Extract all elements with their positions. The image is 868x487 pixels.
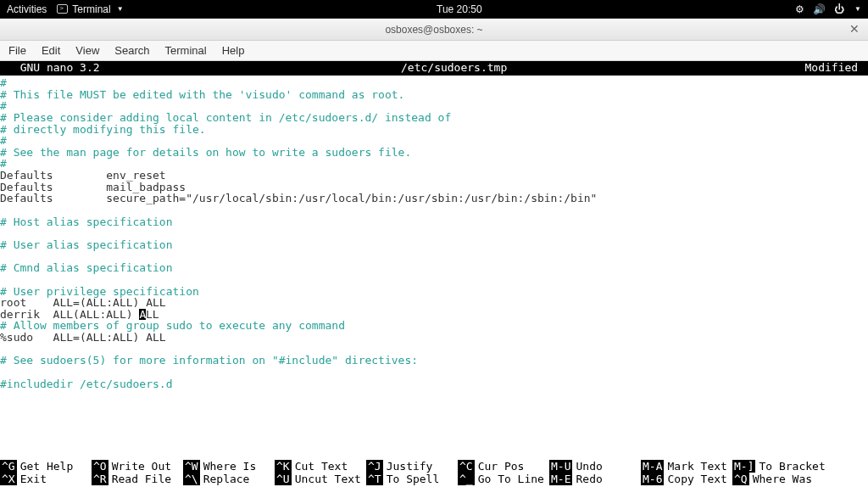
gnome-topbar: Activities Terminal ▼ Tue 20:50 ⚙ 🔊 ⏻ ▼ xyxy=(0,0,868,19)
nano-shortcut[interactable]: M-6Copy Text xyxy=(641,473,732,485)
shortcut-key: ^C xyxy=(458,460,475,473)
nano-editor-body[interactable]: ## This file MUST be edited with the 'vi… xyxy=(0,76,868,389)
shortcut-label: Undo xyxy=(572,460,607,473)
editor-line: # xyxy=(0,158,868,170)
volume-icon: 🔊 xyxy=(813,3,826,15)
shortcut-label: Uncut Text xyxy=(292,473,366,485)
nano-titlebar: GNU nano 3.2 /etc/sudoers.tmp Modified xyxy=(0,61,868,76)
shortcut-key: ^T xyxy=(366,473,383,485)
window-titlebar: osboxes@osboxes: ~ ✕ xyxy=(0,19,868,41)
shortcut-key: ^X xyxy=(0,473,17,485)
shortcut-label: Cur Pos xyxy=(475,460,530,473)
shortcut-label: Cut Text xyxy=(292,460,353,473)
editor-line: # See sudoers(5) for more information on… xyxy=(0,355,868,367)
editor-line: # Allow members of group sudo to execute… xyxy=(0,320,868,332)
shortcut-key: ^_ xyxy=(458,473,475,485)
nano-filename: /etc/sudoers.tmp xyxy=(394,61,510,76)
menu-view[interactable]: View xyxy=(75,44,99,57)
nano-shortcut-bar: ^GGet Help^OWrite Out^WWhere Is^KCut Tex… xyxy=(0,460,868,487)
nano-shortcut[interactable]: ^_Go To Line xyxy=(458,473,549,485)
editor-line: # xyxy=(0,77,868,89)
editor-line xyxy=(0,274,868,286)
app-menu[interactable]: Terminal ▼ xyxy=(57,3,123,15)
editor-line: # Host alias specification xyxy=(0,216,868,228)
shortcut-label: Where Was xyxy=(749,473,817,485)
close-icon[interactable]: ✕ xyxy=(849,22,860,36)
system-status-area[interactable]: ⚙ 🔊 ⏻ ▼ xyxy=(795,3,861,15)
nano-shortcut[interactable]: ^QWhere Was xyxy=(732,473,824,485)
nano-shortcut[interactable]: ^TTo Spell xyxy=(366,473,458,485)
nano-shortcut[interactable]: ^JJustify xyxy=(366,460,458,473)
shortcut-label: Write Out xyxy=(108,460,176,473)
shortcut-key: M-6 xyxy=(641,473,664,485)
editor-line xyxy=(0,204,868,216)
power-icon: ⏻ xyxy=(834,3,844,15)
terminal-icon xyxy=(57,4,68,14)
shortcut-key: ^U xyxy=(275,473,292,485)
shortcut-label: To Spell xyxy=(383,473,445,485)
menu-file[interactable]: File xyxy=(8,44,26,57)
editor-line: # User privilege specification xyxy=(0,286,868,298)
nano-shortcut[interactable]: ^RRead File xyxy=(92,473,183,485)
editor-line: # Cmnd alias specification xyxy=(0,262,868,274)
shortcut-key: M-U xyxy=(549,460,572,473)
nano-shortcut[interactable]: ^KCut Text xyxy=(275,460,366,473)
text-cursor: A xyxy=(139,309,146,321)
shortcut-key: ^Q xyxy=(732,473,749,485)
editor-line: # Please consider adding local content i… xyxy=(0,112,868,124)
editor-line xyxy=(0,367,868,378)
editor-line: %sudo ALL=(ALL:ALL) ALL xyxy=(0,332,868,344)
nano-shortcut[interactable]: ^GGet Help xyxy=(0,460,92,473)
nano-shortcut[interactable]: ^OWrite Out xyxy=(92,460,183,473)
editor-line: # User alias specification xyxy=(0,239,868,251)
shortcut-key: ^W xyxy=(183,460,200,473)
nano-shortcut[interactable]: ^CCur Pos xyxy=(458,460,549,473)
nano-version: GNU nano 3.2 xyxy=(0,61,394,76)
editor-line: # directly modifying this file. xyxy=(0,124,868,136)
editor-line: derrik ALL(ALL:ALL) ALL xyxy=(0,309,868,321)
nano-shortcut[interactable]: M-ERedo xyxy=(549,473,641,485)
menu-edit[interactable]: Edit xyxy=(42,44,60,57)
shortcut-key: ^J xyxy=(366,460,383,473)
editor-line: # xyxy=(0,100,868,112)
menu-help[interactable]: Help xyxy=(222,44,245,57)
nano-shortcut[interactable]: ^WWhere Is xyxy=(183,460,275,473)
shortcut-key: ^R xyxy=(92,473,108,485)
editor-line: Defaults env_reset xyxy=(0,170,868,182)
nano-shortcut[interactable]: ^XExit xyxy=(0,473,92,485)
shortcut-label: Replace xyxy=(200,473,255,485)
nano-shortcut[interactable]: ^\Replace xyxy=(183,473,275,485)
shortcut-key: M-A xyxy=(641,460,664,473)
nano-shortcut[interactable]: ^UUncut Text xyxy=(275,473,366,485)
chevron-down-icon: ▼ xyxy=(854,5,861,13)
chevron-down-icon: ▼ xyxy=(117,5,124,13)
editor-line xyxy=(0,344,868,355)
activities-button[interactable]: Activities xyxy=(7,3,47,15)
editor-line: # xyxy=(0,135,868,147)
shortcut-label: Justify xyxy=(383,460,438,473)
nano-shortcut[interactable]: M-]To Bracket xyxy=(732,460,824,473)
menu-terminal[interactable]: Terminal xyxy=(165,44,207,57)
shortcut-label: To Bracket xyxy=(755,460,830,473)
shortcut-key: M-] xyxy=(732,460,755,473)
editor-line xyxy=(0,251,868,263)
nano-shortcut[interactable]: M-UUndo xyxy=(549,460,641,473)
editor-line: Defaults mail_badpass xyxy=(0,182,868,193)
editor-line xyxy=(0,227,868,239)
shortcut-label: Get Help xyxy=(17,460,79,473)
shortcut-label: Where Is xyxy=(200,460,262,473)
nano-shortcut[interactable]: M-AMark Text xyxy=(641,460,732,473)
shortcut-label: Read File xyxy=(108,473,176,485)
shortcut-label: Redo xyxy=(572,473,607,485)
shortcut-key: ^K xyxy=(275,460,292,473)
shortcut-key: ^\ xyxy=(183,473,200,485)
editor-line: # This file MUST be edited with the 'vis… xyxy=(0,89,868,101)
menu-search[interactable]: Search xyxy=(114,44,149,57)
clock[interactable]: Tue 20:50 xyxy=(124,3,795,15)
shortcut-label: Copy Text xyxy=(664,473,732,485)
editor-line: Defaults secure_path="/usr/local/sbin:/u… xyxy=(0,193,868,204)
shortcut-label: Mark Text xyxy=(664,460,732,473)
editor-line: root ALL=(ALL:ALL) ALL xyxy=(0,297,868,309)
editor-line: # See the man page for details on how to… xyxy=(0,147,868,159)
network-icon: ⚙ xyxy=(795,3,804,15)
